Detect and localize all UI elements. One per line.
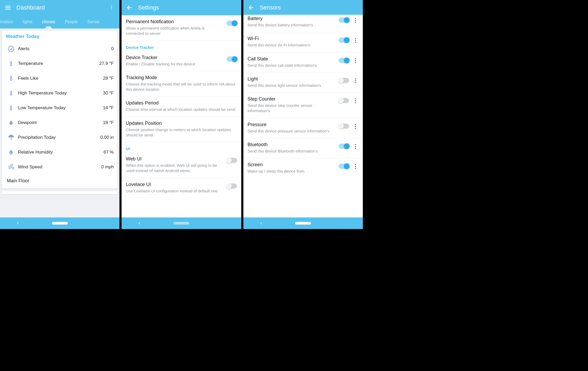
setting-permanent-notification[interactable]: Permanent Notification Show a permanent … <box>122 15 241 41</box>
setting-sub: Enable / Disable tracking for this devic… <box>126 61 223 67</box>
section-header-ui: UI <box>122 142 241 153</box>
setting-title: Web UI <box>126 156 223 162</box>
system-navbar <box>243 217 363 229</box>
appbar: Settings <box>122 0 241 15</box>
water-drop-icon <box>6 120 16 126</box>
more-icon[interactable] <box>352 124 359 129</box>
row-value: 0.00 in <box>100 135 114 140</box>
weather-row-low-temp[interactable]: Low Temperature Today 14 °F <box>6 101 114 115</box>
setting-tracking-mode[interactable]: Tracking Mode Choose the tracking mode t… <box>122 71 241 97</box>
setting-sub: Choose the tracking mode that will be us… <box>126 82 237 92</box>
dashboard-content[interactable]: Weather Today Alerts 0 Temperature 27.9 <box>0 28 119 217</box>
row-label: Dewpoint <box>16 120 103 125</box>
tab-lights[interactable]: lights <box>18 15 37 28</box>
back-icon[interactable] <box>246 2 257 13</box>
tab-climate[interactable]: climate <box>37 15 60 28</box>
row-label: Wind Speed <box>16 164 101 170</box>
row-value: 28 °F <box>103 76 114 81</box>
dashboard-panel: Dashboard tomation lights climate People… <box>0 0 119 229</box>
tab-server[interactable]: Server <box>83 15 104 28</box>
toggle-switch[interactable] <box>226 56 237 62</box>
more-icon[interactable] <box>352 164 359 169</box>
toggle-switch[interactable] <box>339 144 349 149</box>
weather-row-alerts[interactable]: Alerts 0 <box>6 41 114 56</box>
weather-row-precip[interactable]: Precipitation Today 0.00 in <box>6 130 114 145</box>
setting-lovelace-ui[interactable]: Lovelace UI Use Lovelace UI configuratio… <box>122 178 241 198</box>
svg-point-3 <box>111 6 112 7</box>
sensor-battery[interactable]: Battery Send this device battery informa… <box>243 15 363 32</box>
setting-sub: Choose time interval at which location u… <box>126 107 237 112</box>
sensor-bluetooth[interactable]: Bluetooth Send this device Bluetooth inf… <box>243 138 363 158</box>
row-value: 30 °F <box>103 91 114 96</box>
thermometer-icon <box>6 90 16 97</box>
setting-title: Wi-Fi <box>248 36 335 41</box>
toggle-switch[interactable] <box>226 21 237 26</box>
row-value: 67 % <box>104 150 114 155</box>
row-value: 18 °F <box>103 120 114 125</box>
next-card-peek <box>2 191 117 194</box>
toggle-switch[interactable] <box>339 17 349 23</box>
setting-sub: Send this device call state information'… <box>248 63 335 68</box>
setting-sub: Wake up / sleep this device from <box>248 169 335 174</box>
setting-title: Device Tracker <box>126 55 223 60</box>
setting-title: Updates Period <box>126 100 237 106</box>
back-icon[interactable] <box>124 2 135 13</box>
row-label: High Temperature Today <box>16 91 103 96</box>
weather-row-dewpoint[interactable]: Dewpoint 18 °F <box>6 115 114 130</box>
sensor-call-state[interactable]: Call State Send this device call state i… <box>243 53 363 73</box>
tab-automation[interactable]: tomation <box>0 15 18 28</box>
card-footer: Main Floor <box>6 174 114 186</box>
nav-back-icon[interactable] <box>259 221 263 225</box>
more-icon[interactable] <box>352 78 359 83</box>
more-icon[interactable] <box>352 18 359 23</box>
nav-home-icon[interactable] <box>173 222 189 225</box>
toggle-switch[interactable] <box>339 164 349 169</box>
svg-point-6 <box>8 46 14 52</box>
weather-row-feels-like[interactable]: Feels Like 28 °F <box>6 71 114 86</box>
nav-home-icon[interactable] <box>52 222 68 225</box>
sensor-wifi[interactable]: Wi-Fi Send this device Wi-Fi information… <box>243 32 363 52</box>
toggle-switch[interactable] <box>339 58 349 63</box>
settings-list[interactable]: Permanent Notification Show a permanent … <box>122 15 241 217</box>
toggle-switch[interactable] <box>339 123 349 129</box>
setting-title: Pressure <box>248 122 335 127</box>
sensors-list[interactable]: Battery Send this device battery informa… <box>243 15 363 217</box>
setting-sub: Send this device Bluetooth information's <box>248 149 335 154</box>
toggle-switch[interactable] <box>226 158 237 163</box>
system-navbar <box>122 217 241 229</box>
weather-row-wind[interactable]: Wind Speed 0 mph <box>6 160 114 174</box>
nav-back-icon[interactable] <box>138 221 141 225</box>
weather-row-high-temp[interactable]: High Temperature Today 30 °F <box>6 86 114 101</box>
setting-updates-period[interactable]: Updates Period Choose time interval at w… <box>122 97 241 117</box>
weather-row-temperature[interactable]: Temperature 27.9 °F <box>6 56 114 71</box>
setting-sub: Choose position change in meters at whic… <box>126 127 237 138</box>
more-icon[interactable] <box>352 38 359 43</box>
setting-web-ui[interactable]: Web UI When this option is enabled, Web … <box>122 153 241 178</box>
sensor-screen[interactable]: Screen Wake up / sleep this device from <box>243 158 363 178</box>
toggle-switch[interactable] <box>226 183 237 189</box>
toggle-switch[interactable] <box>339 98 349 103</box>
setting-updates-position[interactable]: Updates Position Choose position change … <box>122 117 241 142</box>
toggle-switch[interactable] <box>339 78 349 83</box>
more-icon[interactable] <box>352 144 359 149</box>
sensor-light[interactable]: Light Send this device light sensor info… <box>243 73 363 93</box>
thermometer-icon <box>6 104 16 111</box>
sensor-pressure[interactable]: Pressure Send this device pressure senso… <box>243 118 363 138</box>
svg-point-5 <box>111 9 112 9</box>
setting-device-tracker[interactable]: Device Tracker Enable / Disable tracking… <box>122 51 241 71</box>
menu-icon[interactable] <box>3 2 13 13</box>
row-value: 0 mph <box>101 164 114 170</box>
nav-home-icon[interactable] <box>295 222 311 225</box>
setting-title: Light <box>248 76 335 82</box>
nav-back-icon[interactable] <box>16 221 20 225</box>
card-title: Weather Today <box>6 34 114 39</box>
toggle-switch[interactable] <box>339 37 349 43</box>
tab-people[interactable]: People <box>60 15 83 28</box>
weather-row-humidity[interactable]: Relative Humidity 67 % <box>6 145 114 160</box>
thermometer-icon <box>6 75 16 82</box>
more-icon[interactable] <box>352 58 359 63</box>
system-navbar <box>0 217 119 229</box>
sensor-step-counter[interactable]: Step Counter Send this device step count… <box>243 93 363 118</box>
more-menu-icon[interactable] <box>106 2 117 13</box>
more-icon[interactable] <box>352 98 359 103</box>
